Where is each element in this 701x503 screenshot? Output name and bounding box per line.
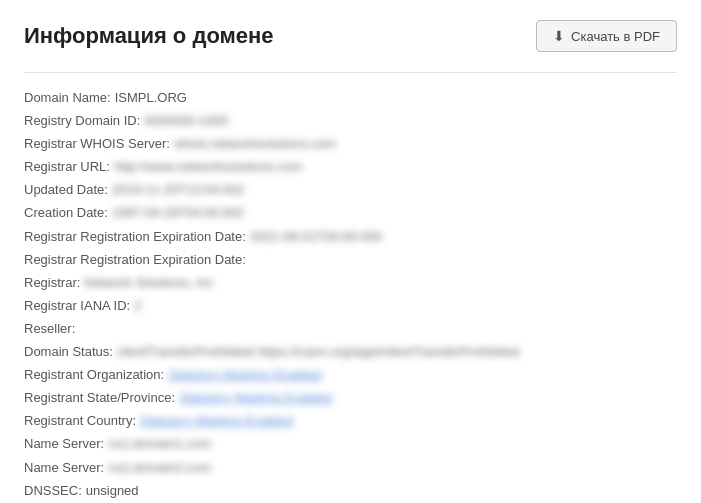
page-title: Информация о домене xyxy=(24,23,274,49)
table-row: Creation Date:1997-04-29T04:00:002 xyxy=(24,202,677,224)
whois-label: DNSSEC: xyxy=(24,480,82,502)
whois-label: Domain Status: xyxy=(24,341,113,363)
whois-label: Registrant State/Province: xyxy=(24,387,175,409)
table-row: Registrar URL:http://www.networksolution… xyxy=(24,156,677,178)
whois-value: Network Solutions, Inc xyxy=(84,272,213,294)
table-row: Registrar WHOIS Server:whois.networksolu… xyxy=(24,133,677,155)
whois-label: Registrant Country: xyxy=(24,410,136,432)
whois-value: 2 xyxy=(134,295,141,317)
table-row: Registrar:Network Solutions, Inc xyxy=(24,272,677,294)
whois-label: Creation Date: xyxy=(24,202,108,224)
whois-label: Registrar URL: xyxy=(24,156,110,178)
whois-value: http://www.networksolutions.com xyxy=(114,156,303,178)
table-row: Registrar IANA ID:2 xyxy=(24,295,677,317)
whois-label: Registrar: xyxy=(24,272,80,294)
table-row: Name Server:ns2.domain2.com xyxy=(24,457,677,479)
whois-label: Registrant Organization: xyxy=(24,364,164,386)
whois-label: Registrar IANA ID: xyxy=(24,295,130,317)
whois-label: Registry Domain ID: xyxy=(24,110,140,132)
whois-value: 1997-04-29T04:00:002 xyxy=(112,202,244,224)
whois-table: Domain Name:ISMPL.ORGRegistry Domain ID:… xyxy=(24,87,677,503)
table-row: Updated Date:2019-11-20T13:54:002 xyxy=(24,179,677,201)
whois-value: unsigned xyxy=(86,480,139,502)
whois-value: Statutory Marking Enabled xyxy=(168,364,321,386)
whois-value: Statutory Marking Enabled xyxy=(179,387,332,409)
table-row: Domain Name:ISMPL.ORG xyxy=(24,87,677,109)
table-row: Registrant Organization:Statutory Markin… xyxy=(24,364,677,386)
table-row: Registry Domain ID:0000000-1000 xyxy=(24,110,677,132)
whois-label: Registrar WHOIS Server: xyxy=(24,133,170,155)
whois-value: ns1.domain1.com xyxy=(108,433,211,455)
table-row: Domain Status:clientTransferProhibited h… xyxy=(24,341,677,363)
download-icon: ⬇ xyxy=(553,28,565,44)
page-header: Информация о домене ⬇ Скачать в PDF xyxy=(24,20,677,52)
whois-value: clientTransferProhibited https://icann.o… xyxy=(117,341,519,363)
whois-label: Registrar Registration Expiration Date: xyxy=(24,226,246,248)
table-row: Registrant Country:Statutory Marking Ena… xyxy=(24,410,677,432)
table-row: Registrant State/Province:Statutory Mark… xyxy=(24,387,677,409)
table-row: Registrar Registration Expiration Date: xyxy=(24,249,677,271)
table-row: Reseller: xyxy=(24,318,677,340)
whois-value: 2019-11-20T13:54:002 xyxy=(112,179,244,201)
whois-label: Domain Name: xyxy=(24,87,111,109)
whois-label: Reseller: xyxy=(24,318,75,340)
whois-label: Name Server: xyxy=(24,433,104,455)
table-row: Name Server:ns1.domain1.com xyxy=(24,433,677,455)
whois-value: 0000000-1000 xyxy=(144,110,228,132)
download-pdf-button[interactable]: ⬇ Скачать в PDF xyxy=(536,20,677,52)
download-label: Скачать в PDF xyxy=(571,29,660,44)
table-row: DNSSEC:unsigned xyxy=(24,480,677,502)
whois-label: Name Server: xyxy=(24,457,104,479)
header-divider xyxy=(24,72,677,73)
whois-value: 2021-09-01T00:00:000 xyxy=(250,226,382,248)
whois-label: Updated Date: xyxy=(24,179,108,201)
table-row: Registrar Registration Expiration Date:2… xyxy=(24,226,677,248)
whois-value: Statutory Marking Enabled xyxy=(140,410,293,432)
whois-value: whois.networksolutions.com xyxy=(174,133,336,155)
whois-value: ISMPL.ORG xyxy=(115,87,187,109)
whois-label: Registrar Registration Expiration Date: xyxy=(24,249,246,271)
whois-value: ns2.domain2.com xyxy=(108,457,211,479)
